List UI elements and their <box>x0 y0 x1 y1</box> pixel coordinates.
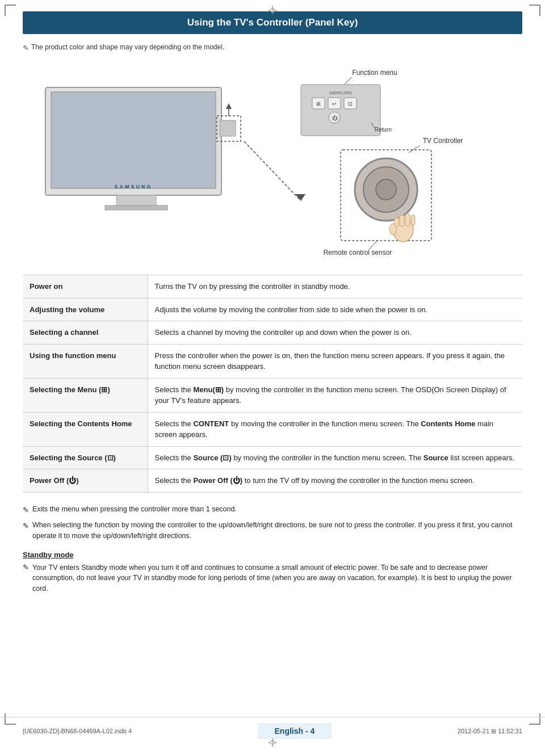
standby-note-symbol: ✎ <box>23 562 29 573</box>
svg-line-36 <box>369 241 378 249</box>
svg-text:⊞: ⊞ <box>316 101 321 107</box>
standby-note-text: Your TV enters Standby mode when you tur… <box>32 562 522 594</box>
svg-marker-38 <box>226 103 232 109</box>
table-row-volume: Adjusting the volume Adjusts the volume … <box>23 298 522 321</box>
crosshair-icon <box>268 6 277 15</box>
footer-file-info: [UE6030-ZD]-BN68-04469A-L02.indb 4 <box>23 728 132 734</box>
table-desc-power-on: Turns the TV on by pressing the controll… <box>148 275 522 299</box>
corner-mark-tr <box>529 5 540 16</box>
table-desc-menu: Selects the Menu(⊞) by moving the contro… <box>148 378 522 412</box>
svg-text:↩: ↩ <box>332 101 337 107</box>
corner-mark-tl <box>5 5 16 16</box>
table-desc-contents-home: Selects the CONTENT by moving the contro… <box>148 412 522 446</box>
table-row-function-menu: Using the function menu Press the contro… <box>23 344 522 378</box>
table-term-source: Selecting the Source (⊡) <box>23 446 148 469</box>
table-term-channel: Selecting a channel <box>23 321 148 345</box>
svg-rect-1 <box>51 92 216 188</box>
standby-note: ✎ Your TV enters Standby mode when you t… <box>23 562 522 594</box>
svg-text:⏻: ⏻ <box>332 115 338 121</box>
svg-point-34 <box>389 224 396 235</box>
note-icon: ✎ <box>23 44 29 52</box>
note-item-2: ✎ When selecting the function by moving … <box>23 520 522 541</box>
note-text-2: When selecting the function by moving th… <box>32 520 522 541</box>
table-desc-function-menu: Press the controller when the power is o… <box>148 344 522 378</box>
svg-marker-22 <box>295 194 305 201</box>
svg-rect-4 <box>105 205 167 210</box>
note-symbol-1: ✎ <box>23 505 29 516</box>
svg-text:SAMSUNG: SAMSUNG <box>329 90 352 95</box>
table-row-source: Selecting the Source (⊡) Selects the Sou… <box>23 446 522 469</box>
notes-section: ✎ Exits the menu when pressing the contr… <box>23 504 522 541</box>
svg-line-21 <box>244 141 301 201</box>
diagram-area: SAMSUNG Function menu SAMSUNG ⊞ ↩ ⊡ <box>23 59 522 275</box>
table-desc-power-off: Selects the Power Off (⏻) to turn the TV… <box>148 469 522 493</box>
svg-rect-3 <box>116 195 156 205</box>
svg-text:⊡: ⊡ <box>348 101 353 107</box>
table-term-menu: Selecting the Menu (⊞) <box>23 378 148 412</box>
table-row-menu: Selecting the Menu (⊞) Selects the Menu(… <box>23 378 522 412</box>
product-note: ✎ The product color and shape may vary d… <box>23 43 522 52</box>
svg-text:Function menu: Function menu <box>352 69 397 77</box>
center-top-mark <box>267 5 278 16</box>
standby-section: Standby mode ✎ Your TV enters Standby mo… <box>23 551 522 594</box>
footer-timestamp: 2012-05-21 ⊞ 11:52:31 <box>458 728 522 735</box>
center-bottom-mark <box>268 738 277 747</box>
footer-page-label: English - 4 <box>258 723 332 739</box>
svg-point-28 <box>376 179 396 200</box>
table-row-contents-home: Selecting the Contents Home Selects the … <box>23 412 522 446</box>
table-term-volume: Adjusting the volume <box>23 298 148 321</box>
svg-text:TV Controller: TV Controller <box>423 137 463 145</box>
crosshair-bottom-icon <box>268 738 277 747</box>
svg-rect-31 <box>405 213 410 226</box>
standby-title: Standby mode <box>23 551 522 559</box>
svg-rect-32 <box>411 215 415 225</box>
svg-line-24 <box>409 145 420 153</box>
svg-text:SAMSUNG: SAMSUNG <box>114 184 152 190</box>
svg-rect-5 <box>220 120 236 136</box>
table-term-power-on: Power on <box>23 275 148 299</box>
note-item-1: ✎ Exits the menu when pressing the contr… <box>23 504 522 516</box>
table-row-power-off: Power Off (⏻) Selects the Power Off (⏻) … <box>23 469 522 493</box>
svg-text:Remote control sensor: Remote control sensor <box>324 249 392 257</box>
table-desc-channel: Selects a channel by moving the controll… <box>148 321 522 345</box>
table-term-contents-home: Selecting the Contents Home <box>23 412 148 446</box>
svg-text:Return: Return <box>375 127 392 133</box>
info-table: Power on Turns the TV on by pressing the… <box>23 275 522 493</box>
note-symbol-2: ✎ <box>23 520 29 532</box>
table-row-channel: Selecting a channel Selects a channel by… <box>23 321 522 345</box>
table-desc-source: Selects the Source (⊡) by moving the con… <box>148 446 522 469</box>
svg-rect-30 <box>400 215 404 226</box>
page-container: Using the TV's Controller (Panel Key) ✎ … <box>0 0 545 756</box>
table-row-power-on: Power on Turns the TV on by pressing the… <box>23 275 522 299</box>
table-term-power-off: Power Off (⏻) <box>23 469 148 493</box>
table-term-function-menu: Using the function menu <box>23 344 148 378</box>
table-desc-volume: Adjusts the volume by moving the control… <box>148 298 522 321</box>
note-text-1: Exits the menu when pressing the control… <box>32 504 237 515</box>
diagram-svg: SAMSUNG Function menu SAMSUNG ⊞ ↩ ⊡ <box>23 59 522 275</box>
